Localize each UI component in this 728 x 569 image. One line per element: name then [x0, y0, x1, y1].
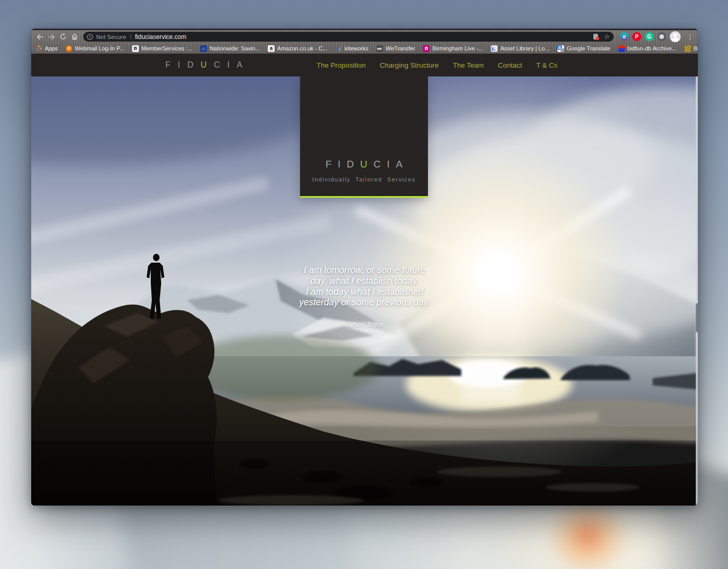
bookmark-nationwide[interactable]: ⌂ Nationwide: Savin...	[200, 45, 260, 52]
forward-icon[interactable]	[46, 32, 57, 42]
quote-line: day, what I establish today.	[261, 276, 469, 287]
bidfun-db-icon	[618, 45, 625, 52]
quote-line: yesterday or some previous day.	[261, 297, 469, 308]
bookmark-memberservices[interactable]: B MemberServices :...	[132, 45, 192, 52]
site-nav: The Proposition Charging Structure The T…	[317, 61, 557, 69]
quote-attribution: James Joyce	[261, 319, 469, 330]
bulova-icon	[684, 45, 691, 52]
browser-window: Not Secure fiduciaservice.com ☆ e P G ⋮	[31, 29, 698, 506]
kiteworks-plane-icon	[335, 45, 342, 52]
browser-toolbar: Not Secure fiduciaservice.com ☆ e P G ⋮	[31, 30, 698, 43]
panel-tagline: Individually Tailored Services	[312, 176, 415, 183]
home-icon[interactable]	[69, 32, 80, 42]
apps-grid-icon	[35, 45, 42, 52]
bookmark-wetransfer[interactable]: we WeTransfer	[376, 45, 415, 52]
nav-tcs[interactable]: T & Cs	[536, 61, 557, 69]
extension-e-icon[interactable]: e	[620, 32, 629, 41]
wetransfer-icon: we	[376, 45, 383, 52]
url-text[interactable]: fiduciaservice.com	[135, 33, 187, 41]
scrollbar-thumb[interactable]	[696, 303, 698, 332]
memberservices-icon: B	[132, 45, 139, 52]
page-scrollbar[interactable]	[696, 76, 698, 506]
extension-generic-icon[interactable]	[657, 32, 666, 41]
asset-library-icon	[491, 45, 498, 52]
info-icon[interactable]	[87, 34, 93, 40]
security-label: Not Secure	[96, 34, 126, 40]
back-icon[interactable]	[34, 32, 46, 42]
site-logo[interactable]: FIDUCIA	[165, 60, 250, 70]
brand-panel: FIDUCIA Individually Tailored Services	[300, 76, 428, 198]
nav-contact[interactable]: Contact	[498, 61, 522, 69]
nav-the-proposition[interactable]: The Proposition	[317, 61, 366, 69]
birmingham-live-icon: B	[423, 45, 430, 52]
bookmark-birmingham-live[interactable]: B Birmingham Live -...	[423, 45, 483, 52]
address-bar[interactable]: Not Secure fiduciaservice.com ☆	[83, 32, 614, 42]
webmail-icon: @	[66, 45, 72, 52]
bookmark-bidfun-db[interactable]: bidfun-db Archive...	[618, 45, 677, 52]
bookmark-star-icon[interactable]: ☆	[604, 33, 610, 40]
google-translate-icon	[557, 45, 564, 52]
page-viewport: FIDUCIA The Proposition Charging Structu…	[31, 54, 698, 506]
menu-kebab-icon[interactable]: ⋮	[686, 33, 694, 41]
address-divider	[131, 34, 131, 40]
site-header: FIDUCIA The Proposition Charging Structu…	[31, 54, 698, 76]
quote-line: I am today what I established	[261, 287, 469, 298]
panel-logo-accent-letter: U	[360, 159, 374, 170]
bookmark-kiteworks[interactable]: kiteworks	[335, 45, 369, 52]
translate-page-icon[interactable]	[592, 33, 599, 40]
extensions-row: e P G ⋮	[620, 31, 694, 42]
amazon-icon: a	[268, 45, 275, 52]
nav-the-team[interactable]: The Team	[453, 61, 484, 69]
quote-line: I am tomorrow, or some future	[261, 265, 469, 276]
bookmark-asset-library[interactable]: Asset Library | Lo...	[491, 45, 550, 52]
extension-grammarly-icon[interactable]: G	[645, 32, 654, 41]
hero-quote: I am tomorrow, or some future day, what …	[261, 265, 469, 330]
bookmark-amazon[interactable]: a Amazon.co.uk - C...	[268, 45, 328, 52]
logo-accent-letter: U	[201, 60, 214, 69]
bookmarks-bar: Apps @ Webmail Log-In P... B MemberServi…	[31, 43, 698, 54]
panel-logo: FIDUCIA	[326, 159, 409, 170]
desktop-wallpaper-sun-glow	[541, 499, 634, 569]
nationwide-icon: ⌂	[200, 45, 207, 52]
bookmark-google-translate[interactable]: Google Translate	[557, 45, 610, 52]
bookmark-webmail[interactable]: @ Webmail Log-In P...	[66, 45, 124, 52]
profile-avatar[interactable]	[670, 31, 681, 42]
refresh-icon[interactable]	[57, 32, 69, 42]
bookmark-apps[interactable]: Apps	[35, 45, 58, 52]
nav-charging-structure[interactable]: Charging Structure	[380, 61, 438, 69]
extension-pinterest-icon[interactable]: P	[632, 32, 641, 41]
bookmark-bulova[interactable]: Bulova Date Code...	[684, 45, 698, 52]
